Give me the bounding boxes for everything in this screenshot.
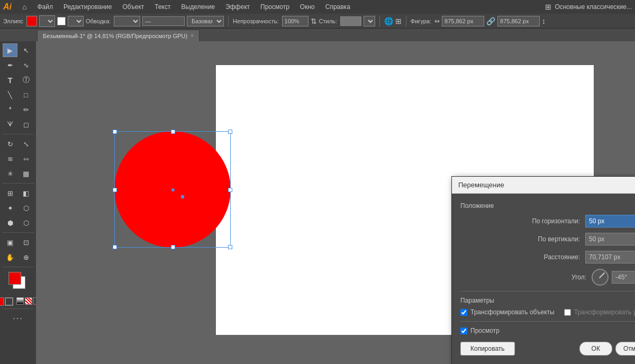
menu-file[interactable]: Файл [33,2,57,12]
pattern-indicator[interactable] [25,297,32,305]
dialog-body: Положение По горизонтали: По вертикали: … [452,194,635,364]
tool-eraser[interactable]: ◻ [19,117,33,131]
transform-objects-label: Трансформировать объекты [470,308,555,316]
menu-select[interactable]: Выделение [177,2,220,12]
grid-icon: ⊞ [395,17,402,25]
tool-column-graph[interactable]: ▦ [19,167,33,180]
tool-row-6: ᗐ ◻ [3,117,33,131]
center-handle[interactable] [171,188,175,192]
preview-checkbox[interactable] [460,327,467,334]
tool-width[interactable]: ⇿ [19,152,33,166]
horizontal-input[interactable] [585,215,635,228]
tool-warp[interactable]: ≋ [3,152,17,166]
tool-rotate[interactable]: ↻ [3,137,17,151]
style-dropdown[interactable] [364,16,375,26]
shape-container[interactable] [114,131,231,248]
handle-mid-left[interactable] [113,188,117,192]
tool-paintbrush[interactable]: 𝄌 [3,103,17,116]
tool-select[interactable]: ▶ [3,43,17,57]
handle-top-center[interactable] [171,130,175,134]
tool-blend[interactable]: ⬡ [19,201,33,215]
cancel-button[interactable]: Отмена [615,342,635,356]
transform-objects-checkbox[interactable] [460,309,467,316]
distance-input[interactable] [585,251,635,263]
main-area: ▶ ↖ ✒ ∿ T Ⓣ ╲ □ 𝄌 ✏ ᗐ ◻ ↻ ⤡ ≋ ⇿ [0,41,635,364]
handle-bottom-right[interactable] [228,245,232,249]
shape-height[interactable] [497,16,540,26]
menu-object[interactable]: Объект [118,2,148,12]
swatch-stack [8,272,28,291]
menu-effect[interactable]: Эффект [221,2,254,12]
fill-dropdown[interactable] [39,15,55,27]
tool-zoom[interactable]: ⊕ [19,250,33,264]
tool-gradient[interactable]: ◧ [19,186,33,200]
handle-bottom-left[interactable] [113,245,117,249]
opacity-arrows[interactable]: ⇅ [311,17,317,25]
stroke-width-dropdown[interactable] [114,16,140,26]
tool-scale[interactable]: ⤡ [19,137,33,151]
tool-row-4: ╲ □ [3,88,33,102]
menu-view[interactable]: Просмотр [256,2,294,12]
dialog-separator-2 [460,321,635,322]
handle-top-right[interactable] [228,130,232,134]
gradient-indicator[interactable] [16,297,24,305]
angle-input[interactable] [612,271,635,284]
tool-artboard[interactable]: ▣ [3,235,17,249]
tool-blob-brush[interactable]: ᗐ [3,117,17,131]
menu-window[interactable]: Окно [296,2,319,12]
tool-row-2: ✒ ∿ [3,58,33,72]
document-tab[interactable]: Безымянный-1* @ 14,81% (RGB/Предпросмотр… [37,30,199,41]
handle-mid-right[interactable] [228,188,232,192]
style-box[interactable] [340,16,361,26]
tool-symbol-sprayer[interactable]: ✳ [3,167,17,180]
distance-row: Расстояние: [460,251,635,263]
tab-close-button[interactable]: × [190,33,194,39]
foreground-color-swatch[interactable] [8,272,21,285]
menu-text[interactable]: Текст [150,2,175,12]
tool-curvature[interactable]: ∿ [19,58,33,72]
tool-touch-type[interactable]: Ⓣ [19,73,33,87]
fill-color[interactable] [26,16,37,26]
tool-row-8: ≋ ⇿ [3,152,33,166]
menu-edit[interactable]: Редактирование [59,2,116,12]
tool-line[interactable]: ╲ [3,88,17,102]
tool-live-paint[interactable]: ⬢ [3,216,17,230]
tool-mesh[interactable]: ⊞ [3,186,17,200]
tool-type[interactable]: T [3,73,17,87]
transform-patterns-checkbox[interactable] [564,309,571,316]
direction-handle[interactable] [181,195,184,198]
tool-row-7: ↻ ⤡ [3,137,33,151]
opacity-input[interactable] [282,16,309,26]
tool-separator-2 [2,183,34,184]
params-section-title: Параметры [460,297,635,304]
fill-indicator[interactable] [0,297,4,306]
workspace-selector[interactable]: ⊞ Основные классические... [545,3,632,11]
tool-pencil[interactable]: ✏ [19,103,33,116]
tool-live-paint-select[interactable]: ⬡ [19,216,33,230]
tool-direct-select[interactable]: ↖ [19,43,33,57]
tool-pen[interactable]: ✒ [3,58,17,72]
menu-help[interactable]: Справка [321,2,355,12]
tool-slice[interactable]: ⊡ [19,235,33,249]
dialog-titlebar: Перемещение [452,177,635,194]
ok-button[interactable]: ОК [579,342,612,356]
stroke-indicator[interactable] [5,297,13,306]
tool-more[interactable]: ··· [11,312,25,325]
copy-button[interactable]: Копировать [460,342,515,356]
angle-wheel[interactable] [592,269,609,286]
tool-eyedropper[interactable]: ✦ [3,201,17,215]
tool-hand[interactable]: ✋ [3,250,17,264]
stroke-dropdown[interactable] [68,16,84,26]
vertical-input[interactable] [585,233,635,245]
angle-row: Угол: [460,269,635,286]
stroke-color[interactable] [57,17,66,25]
tool-rect[interactable]: □ [19,88,33,102]
handle-bottom-center[interactable] [171,245,175,249]
tool-row-5: 𝄌 ✏ [3,103,33,116]
stroke-style-dropdown[interactable]: Базовая [187,16,224,26]
home-icon[interactable]: ⌂ [22,3,26,11]
handle-top-left[interactable] [113,130,117,134]
shape-width[interactable] [442,16,484,26]
shape-icon: ⇔ [434,17,440,25]
transform-objects-row: Трансформировать объекты Трансформироват… [460,308,635,316]
